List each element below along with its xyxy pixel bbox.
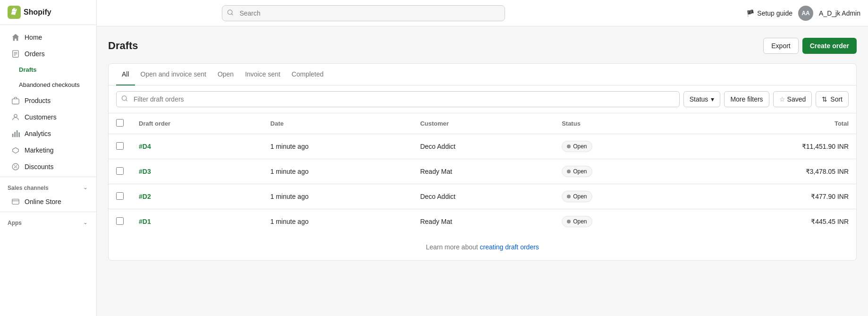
table-col-draft-order: Draft order	[131, 113, 263, 134]
tabs: All Open and invoice sent Open Invoice s…	[109, 64, 856, 85]
topbar: 🏴 Setup guide AA A_D_jk Admin	[97, 0, 868, 26]
shopify-wordmark: Shopify	[24, 8, 51, 17]
row-checkbox-2[interactable]	[116, 192, 124, 200]
table-col-customer: Customer	[413, 113, 554, 134]
tab-open-invoice-sent[interactable]: Open and invoice sent	[135, 64, 212, 85]
sidebar-item-customers[interactable]: Customers	[4, 109, 93, 125]
row-checkbox-cell-0	[109, 134, 131, 159]
status-chevron-icon: ▾	[711, 95, 714, 103]
row-customer-0: Deco Addict	[413, 134, 554, 159]
filter-search	[116, 91, 680, 107]
export-button[interactable]: Export	[763, 38, 798, 54]
sort-arrows-icon: ⇅	[822, 95, 827, 103]
table-body: #D4 1 minute ago Deco Addict Open ₹11,45…	[109, 134, 856, 234]
sidebar-item-customers-label: Customers	[25, 113, 57, 121]
draft-order-link-3[interactable]: #D1	[139, 218, 151, 225]
row-checkbox-0[interactable]	[116, 142, 124, 150]
sort-button[interactable]: ⇅ Sort	[816, 91, 849, 107]
sidebar-item-marketing[interactable]: Marketing	[4, 142, 93, 158]
sidebar-divider-1	[0, 177, 96, 177]
apps-label: Apps	[8, 220, 22, 226]
creating-draft-orders-link[interactable]: creating draft orders	[480, 243, 539, 251]
table-col-date: Date	[263, 113, 413, 134]
table-row[interactable]: #D1 1 minute ago Ready Mat Open ₹445.45 …	[109, 209, 856, 234]
filters-row: Status ▾ More filters ☆ Saved ⇅ Sort	[109, 85, 856, 113]
topbar-search-icon	[227, 9, 234, 17]
draft-order-link-2[interactable]: #D2	[139, 193, 151, 200]
sidebar-item-products[interactable]: Products	[4, 93, 93, 109]
status-dot-1	[567, 170, 571, 173]
row-checkbox-cell-3	[109, 209, 131, 234]
setup-guide-label: Setup guide	[757, 9, 792, 17]
table-col-status: Status	[554, 113, 682, 134]
draft-order-link-0[interactable]: #D4	[139, 143, 151, 150]
sidebar-item-online-store-label: Online Store	[25, 198, 61, 205]
row-checkbox-cell-1	[109, 159, 131, 184]
sales-channels-expand-icon[interactable]	[82, 185, 89, 191]
row-status-1: Open	[554, 159, 682, 184]
tab-completed[interactable]: Completed	[286, 64, 329, 85]
sidebar-item-discounts[interactable]: Discounts	[4, 159, 93, 175]
row-total-1: ₹3,478.05 INR	[682, 159, 856, 184]
table-row[interactable]: #D2 1 minute ago Deco Addict Open ₹477.9…	[109, 184, 856, 209]
page-container: Drafts Export Create order All Open a	[97, 26, 868, 272]
sidebar-item-home[interactable]: Home	[4, 29, 93, 45]
sidebar-item-abandoned-label: Abandoned checkouts	[19, 81, 80, 88]
sidebar-item-drafts[interactable]: Drafts	[4, 62, 93, 77]
draft-filter-input[interactable]	[116, 91, 680, 107]
star-icon: ☆	[779, 95, 785, 103]
svg-line-20	[126, 100, 127, 101]
row-checkbox-3[interactable]	[116, 217, 124, 225]
table-row[interactable]: #D4 1 minute ago Deco Addict Open ₹11,45…	[109, 134, 856, 159]
sidebar-item-orders[interactable]: Orders	[4, 46, 93, 62]
products-icon	[11, 96, 20, 105]
create-order-button[interactable]: Create order	[802, 38, 857, 54]
row-checkbox-1[interactable]	[116, 167, 124, 175]
sidebar-item-marketing-label: Marketing	[25, 146, 53, 154]
row-status-0: Open	[554, 134, 682, 159]
row-checkbox-cell-2	[109, 184, 131, 209]
row-total-3: ₹445.45 INR	[682, 209, 856, 234]
sidebar-item-discounts-label: Discounts	[25, 163, 53, 171]
tab-open[interactable]: Open	[212, 64, 239, 85]
saved-button[interactable]: ☆ Saved	[773, 91, 812, 107]
row-date-2: 1 minute ago	[263, 184, 413, 209]
sidebar-item-analytics[interactable]: Analytics	[4, 126, 93, 142]
more-filters-button[interactable]: More filters	[724, 91, 769, 107]
tab-all[interactable]: All	[116, 64, 135, 85]
sidebar: Shopify Home	[0, 0, 97, 316]
row-date-1: 1 minute ago	[263, 159, 413, 184]
status-filter-button[interactable]: Status ▾	[683, 91, 721, 107]
search-bar	[222, 5, 505, 21]
shopify-logo-icon	[8, 6, 21, 19]
status-badge-3: Open	[562, 216, 592, 227]
svg-point-6	[14, 114, 17, 117]
draft-order-link-1[interactable]: #D3	[139, 168, 151, 175]
table-row[interactable]: #D3 1 minute ago Ready Mat Open ₹3,478.0…	[109, 159, 856, 184]
sidebar-item-abandoned-checkouts[interactable]: Abandoned checkouts	[4, 77, 93, 92]
sidebar-item-online-store[interactable]: Online Store	[4, 194, 93, 210]
topbar-search-input[interactable]	[222, 5, 505, 21]
more-filters-label: More filters	[730, 95, 763, 103]
shopify-logo[interactable]: Shopify	[8, 6, 51, 19]
analytics-icon	[11, 129, 20, 138]
filter-search-icon	[121, 95, 128, 104]
svg-line-18	[232, 14, 233, 15]
select-all-checkbox[interactable]	[116, 119, 124, 127]
table-footer: Learn more about creating draft orders	[109, 234, 856, 260]
row-draft-order-0: #D4	[131, 134, 263, 159]
orders-icon	[11, 50, 20, 58]
online-store-icon	[11, 197, 20, 206]
sort-label: Sort	[830, 95, 843, 103]
status-badge-1: Open	[562, 166, 592, 177]
apps-expand-icon[interactable]	[82, 220, 89, 226]
apps-section: Apps	[0, 214, 96, 228]
tab-invoice-sent[interactable]: Invoice sent	[239, 64, 286, 85]
status-filter-label: Status	[690, 95, 708, 103]
row-draft-order-2: #D2	[131, 184, 263, 209]
row-draft-order-1: #D3	[131, 159, 263, 184]
sidebar-item-products-label: Products	[25, 97, 51, 104]
svg-rect-5	[12, 99, 19, 104]
setup-guide-button[interactable]: 🏴 Setup guide	[746, 9, 792, 17]
flag-icon: 🏴	[746, 9, 754, 17]
